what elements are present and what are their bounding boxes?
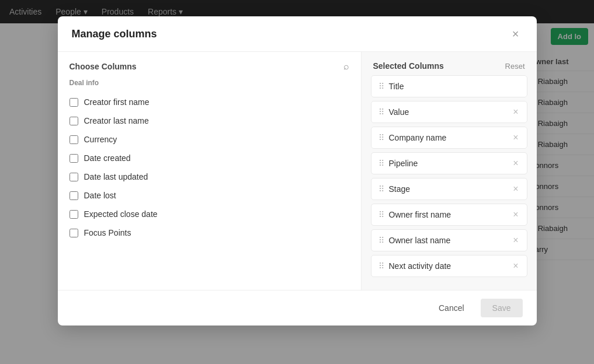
remove-column-button[interactable]: × (512, 210, 519, 219)
currency-checkbox[interactable] (70, 135, 78, 144)
checkbox-creator-first-name[interactable]: Creator first name (70, 93, 349, 111)
column-item-title[interactable]: ⠿ Title (371, 75, 527, 97)
checkbox-creator-last-name[interactable]: Creator last name (70, 111, 349, 130)
drag-handle-icon: ⠿ (378, 82, 384, 91)
drag-handle-icon: ⠿ (378, 159, 384, 168)
close-button[interactable]: × (509, 27, 523, 41)
column-item-owner-first-name[interactable]: ⠿ Owner first name × (371, 204, 527, 226)
search-button[interactable]: ⌕ (343, 61, 349, 72)
drag-handle-icon: ⠿ (378, 261, 384, 271)
left-panel: Choose Columns ⌕ Deal info Creator first… (58, 52, 362, 290)
checkbox-date-lost[interactable]: Date lost (70, 186, 349, 205)
column-label: Owner first name (389, 210, 508, 219)
expected-close-date-label: Expected close date (84, 209, 158, 219)
drag-handle-icon: ⠿ (378, 133, 384, 142)
checkbox-date-last-updated[interactable]: Date last updated (70, 167, 349, 186)
date-last-updated-label: Date last updated (84, 172, 148, 181)
left-panel-header: Choose Columns ⌕ (58, 52, 361, 76)
column-label: Stage (389, 184, 508, 194)
expected-close-date-checkbox[interactable] (70, 210, 78, 219)
column-item-stage[interactable]: ⠿ Stage × (371, 178, 527, 200)
remove-column-button[interactable]: × (512, 133, 519, 142)
creator-first-name-checkbox[interactable] (70, 98, 78, 107)
selected-columns-title: Selected Columns (373, 61, 444, 71)
remove-column-button[interactable]: × (512, 184, 519, 194)
date-lost-label: Date lost (84, 191, 116, 200)
modal-header: Manage columns × (58, 16, 537, 52)
left-panel-title: Choose Columns (70, 62, 137, 71)
right-panel: Selected Columns Reset ⠿ Title ⠿ Value ×… (362, 52, 537, 290)
modal-footer: Cancel Save (58, 290, 537, 326)
date-created-label: Date created (84, 153, 131, 163)
drag-handle-icon: ⠿ (378, 107, 384, 117)
remove-column-button[interactable]: × (512, 261, 519, 271)
column-item-pipeline[interactable]: ⠿ Pipeline × (371, 152, 527, 174)
save-button[interactable]: Save (481, 299, 523, 317)
creator-last-name-label: Creator last name (84, 116, 149, 125)
focus-points-checkbox[interactable] (70, 229, 78, 237)
drag-handle-icon: ⠿ (378, 210, 384, 219)
column-label: Pipeline (389, 159, 508, 168)
checkbox-focus-points[interactable]: Focus Points (70, 223, 349, 242)
column-item-value[interactable]: ⠿ Value × (371, 101, 527, 123)
creator-last-name-checkbox[interactable] (70, 117, 78, 125)
creator-first-name-label: Creator first name (84, 97, 150, 107)
column-label: Owner last name (389, 236, 508, 245)
column-item-owner-last-name[interactable]: ⠿ Owner last name × (371, 229, 527, 251)
remove-column-button[interactable]: × (512, 236, 519, 245)
section-label-deal-info: Deal info (70, 79, 349, 87)
column-label: Title (389, 82, 520, 91)
right-panel-header: Selected Columns Reset (362, 52, 537, 75)
column-item-company-name[interactable]: ⠿ Company name × (371, 127, 527, 149)
column-label: Value (389, 107, 508, 117)
left-panel-scroll[interactable]: Deal info Creator first name Creator las… (58, 76, 361, 290)
right-panel-scroll[interactable]: ⠿ Title ⠿ Value × ⠿ Company name × (362, 75, 537, 290)
search-icon: ⌕ (343, 61, 349, 71)
remove-column-button[interactable]: × (512, 107, 519, 117)
reset-button[interactable]: Reset (505, 62, 525, 71)
manage-columns-modal: Manage columns × Choose Columns ⌕ Deal i… (58, 16, 537, 326)
modal-overlay: Manage columns × Choose Columns ⌕ Deal i… (0, 0, 594, 364)
checkbox-currency[interactable]: Currency (70, 130, 349, 149)
focus-points-label: Focus Points (84, 228, 131, 237)
date-last-updated-checkbox[interactable] (70, 173, 78, 181)
currency-label: Currency (84, 135, 117, 144)
checkbox-expected-close-date[interactable]: Expected close date (70, 205, 349, 223)
drag-handle-icon: ⠿ (378, 184, 384, 194)
drag-handle-icon: ⠿ (378, 236, 384, 245)
column-item-next-activity-date[interactable]: ⠿ Next activity date × (371, 255, 527, 277)
cancel-button[interactable]: Cancel (429, 299, 474, 317)
date-lost-checkbox[interactable] (70, 191, 78, 200)
column-label: Company name (389, 133, 508, 142)
column-label: Next activity date (389, 261, 508, 271)
remove-column-button[interactable]: × (512, 159, 519, 168)
date-created-checkbox[interactable] (70, 154, 78, 163)
modal-body: Choose Columns ⌕ Deal info Creator first… (58, 52, 537, 290)
checkbox-date-created[interactable]: Date created (70, 149, 349, 167)
modal-title: Manage columns (72, 28, 157, 40)
